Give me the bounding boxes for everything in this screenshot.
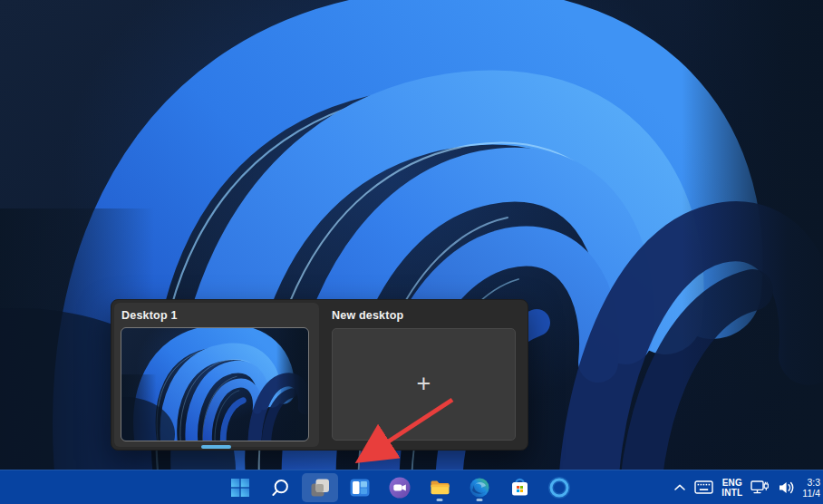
chat-camera-icon bbox=[388, 476, 412, 499]
microsoft-store-button[interactable] bbox=[501, 473, 537, 502]
plus-icon: + bbox=[417, 372, 431, 396]
taskbar: ENG INTL bbox=[0, 470, 823, 504]
language-indicator[interactable]: ENG INTL bbox=[721, 473, 742, 502]
tray-overflow-button[interactable] bbox=[673, 473, 686, 502]
cortana-button[interactable] bbox=[541, 473, 577, 502]
system-tray: ENG INTL bbox=[673, 470, 823, 504]
touch-keyboard-button[interactable] bbox=[694, 473, 713, 502]
widgets-icon bbox=[349, 477, 371, 499]
desktop-1-label: Desktop 1 bbox=[121, 309, 178, 322]
task-view-flyout: Desktop 1 New desktop + bbox=[111, 299, 528, 451]
cortana-ring-icon bbox=[547, 476, 571, 499]
search-button[interactable] bbox=[262, 473, 298, 502]
task-view-icon bbox=[309, 477, 331, 499]
active-desktop-indicator bbox=[201, 445, 231, 449]
new-desktop-button[interactable]: + bbox=[332, 328, 516, 441]
taskbar-center-icons bbox=[220, 470, 579, 504]
running-indicator bbox=[437, 499, 443, 501]
new-desktop-label: New desktop bbox=[332, 309, 403, 322]
microsoft-store-icon bbox=[508, 476, 531, 499]
file-explorer-button[interactable] bbox=[421, 473, 458, 502]
desktop-1-thumbnail[interactable] bbox=[121, 328, 308, 441]
language-line2: INTL bbox=[721, 488, 742, 498]
chat-button[interactable] bbox=[382, 473, 418, 502]
search-icon bbox=[270, 478, 290, 498]
speaker-icon bbox=[778, 480, 796, 495]
running-indicator bbox=[477, 499, 483, 501]
desktop-1-thumbnail-image bbox=[121, 328, 308, 441]
widgets-button[interactable] bbox=[342, 473, 378, 502]
language-line1: ENG bbox=[721, 478, 742, 488]
network-button[interactable] bbox=[750, 473, 770, 502]
clock[interactable]: 3:3 11/4 bbox=[802, 473, 820, 502]
windows-logo-icon bbox=[230, 478, 250, 498]
task-view-button[interactable] bbox=[302, 473, 338, 502]
edge-icon bbox=[469, 477, 490, 499]
keyboard-icon bbox=[694, 480, 713, 494]
volume-button[interactable] bbox=[778, 473, 796, 502]
folder-icon bbox=[429, 476, 451, 499]
chevron-up-icon bbox=[673, 482, 686, 493]
edge-button[interactable] bbox=[461, 473, 498, 502]
ethernet-network-icon bbox=[750, 480, 770, 495]
clock-time: 3:3 bbox=[802, 477, 820, 488]
start-button[interactable] bbox=[222, 473, 258, 502]
clock-date: 11/4 bbox=[802, 488, 820, 499]
windows-desktop: Desktop 1 New desktop + bbox=[0, 0, 823, 504]
